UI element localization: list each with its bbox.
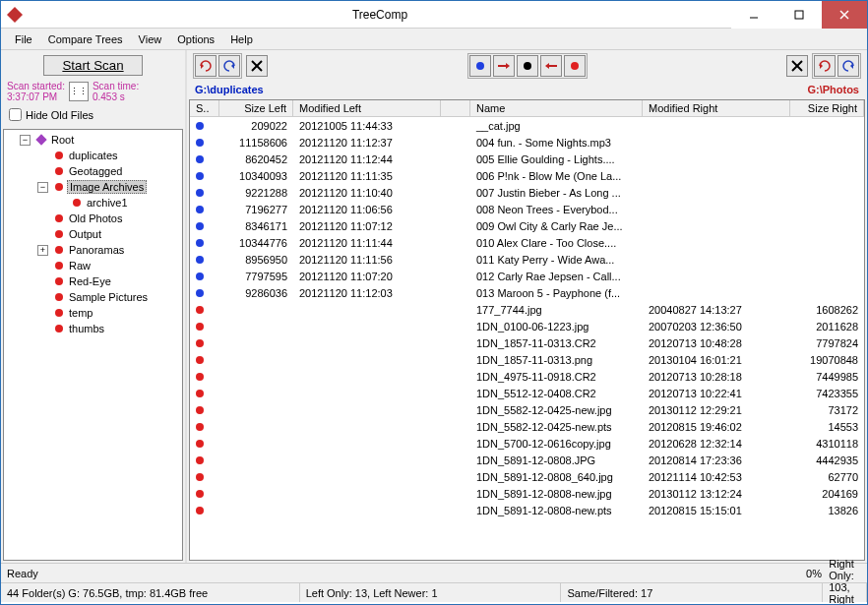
tree-item[interactable]: Raw [6,258,180,273]
status-dot-icon [196,473,204,481]
file-row[interactable]: 1DN_5582-12-0425-new.pts20120815 19:46:0… [190,418,864,435]
tree-root-label[interactable]: Root [49,134,76,146]
scan-options-icon[interactable]: ⋮⋮ [69,82,89,101]
tree-item-label[interactable]: Red-Eye [67,275,113,287]
tree-item-label[interactable]: archive1 [85,197,130,209]
tree-item-label[interactable]: duplicates [67,150,120,161]
hide-old-files-checkbox[interactable] [9,108,22,121]
toolbar-refresh-left2-icon[interactable] [814,55,836,77]
cell-mod-right: 20120713 10:48:28 [643,337,790,349]
status-same-stats: Same/Filtered: 17 [561,583,823,602]
col-status[interactable]: S.. [190,100,219,116]
cell-mod-left: 20121005 11:44:33 [293,120,441,132]
file-row[interactable]: 1034477620121120 11:11:44010 Alex Clare … [190,234,864,251]
tree-item-label[interactable]: temp [67,307,94,319]
file-row[interactable]: 177_7744.jpg20040827 14:13:271608262 [190,301,864,318]
tree-item-label[interactable]: Old Photos [67,212,124,224]
file-row[interactable]: 1DN_5582-12-0425-new.jpg20130112 12:29:2… [190,401,864,418]
toolbar-copy-left-icon[interactable] [540,55,562,77]
file-row[interactable]: 1DN_5891-12-0808-new.pts20120815 15:15:0… [190,502,864,518]
toolbar-refresh-right-icon[interactable] [218,55,240,77]
maximize-button[interactable] [776,1,822,29]
tree-item-label[interactable]: Raw [67,260,93,272]
file-row[interactable]: 1DN_5891-12-0808_640.jpg20121114 10:42:5… [190,468,864,485]
toolbar-black-dot-icon[interactable] [517,55,538,77]
tree-item[interactable]: temp [6,305,180,321]
status-bar-1: Ready 0% [1,563,867,582]
tree-item[interactable]: Geotagged [6,163,180,179]
file-list[interactable]: S.. Size Left Modified Left Name Modifie… [189,99,865,561]
cell-mod-left: 20121120 11:11:44 [293,237,441,249]
tree-item[interactable]: Output [6,226,180,242]
file-row[interactable]: 20902220121005 11:44:33__cat.jpg [190,117,864,134]
cell-name: 1DN_5700-12-0616copy.jpg [470,438,643,450]
file-row[interactable]: 1034009320121120 11:11:35006 P!nk - Blow… [190,167,864,184]
file-row[interactable]: 1DN_5512-12-0408.CR220120713 10:22:41742… [190,385,864,401]
col-modified-right[interactable]: Modified Right [643,100,790,116]
file-row[interactable]: 834617120121120 11:07:12009 Owl City & C… [190,217,864,234]
menu-compare-trees[interactable]: Compare Trees [40,30,131,48]
col-size-right[interactable]: Size Right [790,100,864,116]
tree-item[interactable]: Red-Eye [6,273,180,289]
tree-item-label[interactable]: Output [67,228,103,240]
file-row[interactable]: 1DN_5891-12-0808-new.jpg20130112 13:12:2… [190,485,864,502]
col-modified-left[interactable]: Modified Left [293,100,441,116]
file-row[interactable]: 779759520121120 11:07:20012 Carly Rae Je… [190,268,864,284]
close-button[interactable] [822,1,867,29]
tree-item-label[interactable]: Panoramas [67,244,126,256]
file-row[interactable]: 895695020121120 11:11:56011 Katy Perry -… [190,251,864,268]
file-row[interactable]: 1115860620121120 11:12:37004 fun. - Some… [190,134,864,151]
tree-item[interactable]: duplicates [6,148,180,163]
file-row[interactable]: 922128820121120 11:10:40007 Justin Biebe… [190,184,864,201]
cell-size-left: 7797595 [219,271,293,282]
file-row[interactable]: 1DN_5891-12-0808.JPG20120814 17:23:36444… [190,452,864,468]
menubar: File Compare Trees View Options Help [1,29,867,50]
status-dot-icon [196,206,204,213]
tree-item[interactable]: Sample Pictures [6,289,180,305]
tree-item[interactable]: +Panoramas [6,242,180,258]
start-scan-button[interactable]: Start Scan [43,55,142,76]
tree-item[interactable]: Old Photos [6,211,180,226]
col-name[interactable]: Name [470,100,643,116]
menu-view[interactable]: View [131,30,170,48]
toolbar-delete-right-icon[interactable] [786,55,808,77]
file-row[interactable]: 1DN_1857-11-0313.CR220120713 10:48:28779… [190,334,864,351]
cell-size-left: 9286036 [219,287,293,299]
cell-name: 1DN_1857-11-0313.CR2 [470,337,643,349]
tree-item-label[interactable]: thumbs [67,323,106,334]
folder-tree[interactable]: − Root duplicatesGeotagged−Image Archive… [3,129,183,561]
tree-expand-icon[interactable]: − [37,182,48,193]
col-size-left[interactable]: Size Left [219,100,293,116]
file-row[interactable]: 928603620121120 11:12:03013 Maroon 5 - P… [190,284,864,301]
menu-file[interactable]: File [7,30,40,48]
toolbar-refresh-left-icon[interactable] [195,55,217,77]
tree-item-label[interactable]: Geotagged [67,165,124,177]
tree-item-label[interactable]: Image Archives [67,180,147,194]
tree-item[interactable]: −Image Archives [6,179,180,195]
tree-item-label[interactable]: Sample Pictures [67,291,150,303]
toolbar-refresh-right2-icon[interactable] [837,55,859,77]
toolbar-red-dot-icon[interactable] [564,55,586,77]
cell-name: 005 Ellie Goulding - Lights.... [470,153,643,165]
file-row[interactable]: 1DN_1857-11-0313.png20130104 16:01:21190… [190,351,864,368]
minimize-button[interactable] [731,1,776,29]
file-row[interactable]: 1DN_4975-11-0918.CR220120713 10:28:18744… [190,368,864,385]
status-dot-icon [196,172,204,180]
tree-expand-icon[interactable]: + [37,245,48,256]
file-row[interactable]: 1DN_5700-12-0616copy.jpg20120628 12:32:1… [190,435,864,452]
toolbar-copy-right-icon[interactable] [493,55,515,77]
menu-options[interactable]: Options [169,30,222,48]
tree-item[interactable]: thumbs [6,321,180,336]
file-row[interactable]: 1DN_0100-06-1223.jpg20070203 12:36:50201… [190,318,864,334]
tree-expand-root[interactable]: − [20,135,31,146]
cell-name: 011 Katy Perry - Wide Awa... [470,254,643,266]
tree-item[interactable]: archive1 [6,195,180,211]
menu-help[interactable]: Help [222,30,261,48]
toolbar-delete-icon[interactable] [246,55,268,77]
svg-rect-2 [795,11,803,19]
file-row[interactable]: 719627720121120 11:06:56008 Neon Trees -… [190,201,864,217]
file-row[interactable]: 862045220121120 11:12:44005 Ellie Gouldi… [190,151,864,167]
svg-marker-6 [231,63,234,69]
toolbar-blue-dot-icon[interactable] [469,55,491,77]
dot-icon [55,214,63,222]
